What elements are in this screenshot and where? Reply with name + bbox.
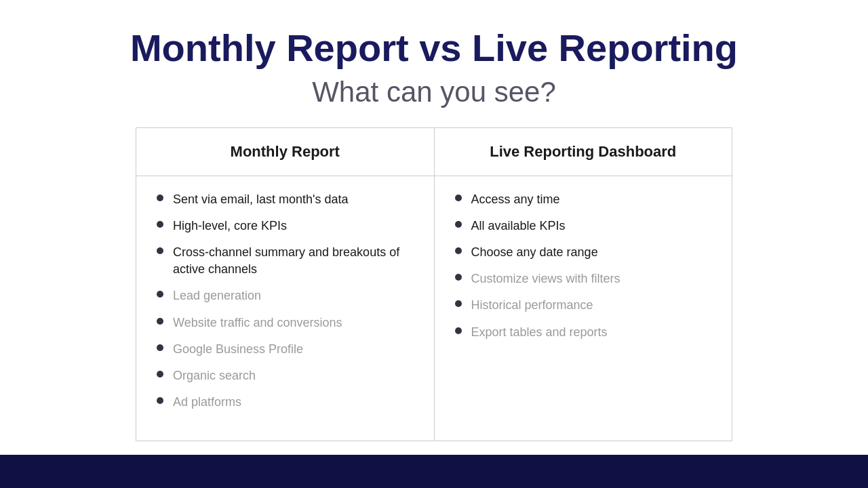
feature-text: Ad platforms [173,394,241,411]
bullet-icon [157,371,163,378]
feature-text: Access any time [471,191,560,208]
list-item: High-level, core KPIs [157,218,414,235]
list-item: Ad platforms [157,394,414,411]
list-item: Access any time [455,191,712,208]
feature-text: Cross-channel summary and breakouts of a… [173,244,414,278]
bullet-icon [455,195,462,201]
bullet-icon [455,221,462,228]
table-body: Sent via email, last month's dataHigh-le… [136,176,732,441]
list-item: Customize views with filters [455,270,712,287]
feature-text: All available KPIs [471,218,566,235]
col1-content: Sent via email, last month's dataHigh-le… [136,176,435,441]
bullet-icon [157,195,163,201]
feature-text: Organic search [173,367,256,384]
bullet-icon [455,327,462,334]
feature-text: Export tables and reports [471,324,608,341]
feature-text: Google Business Profile [173,341,303,358]
col2-feature-list: Access any timeAll available KPIsChoose … [455,191,712,341]
bullet-icon [455,300,462,307]
list-item: Export tables and reports [455,324,712,341]
col1-feature-list: Sent via email, last month's dataHigh-le… [157,191,414,411]
feature-text: Customize views with filters [471,270,620,287]
feature-text: Website traffic and conversions [173,314,342,331]
bullet-icon [157,221,163,228]
bullet-icon [157,344,163,351]
list-item: Organic search [157,367,414,384]
bullet-icon [455,247,462,254]
bullet-icon [157,397,163,404]
bullet-icon [455,274,462,281]
footer-bar [0,455,868,488]
page-title: Monthly Report vs Live Reporting [130,27,738,69]
list-item: All available KPIs [455,218,712,235]
list-item: Lead generation [157,287,414,304]
page-subtitle: What can you see? [312,76,556,108]
bullet-icon [157,318,163,325]
main-content: Monthly Report vs Live Reporting What ca… [0,0,868,455]
feature-text: Lead generation [173,287,261,304]
comparison-table: Monthly Report Live Reporting Dashboard … [136,127,732,442]
feature-text: High-level, core KPIs [173,218,287,235]
list-item: Google Business Profile [157,341,414,358]
bullet-icon [157,291,163,298]
list-item: Cross-channel summary and breakouts of a… [157,244,414,278]
list-item: Sent via email, last month's data [157,191,414,208]
bullet-icon [157,247,163,254]
col1-header: Monthly Report [136,128,435,176]
feature-text: Sent via email, last month's data [173,191,349,208]
list-item: Choose any date range [455,244,712,261]
col2-header: Live Reporting Dashboard [435,128,732,176]
list-item: Website traffic and conversions [157,314,414,331]
col2-content: Access any timeAll available KPIsChoose … [435,176,732,441]
list-item: Historical performance [455,297,712,314]
feature-text: Historical performance [471,297,593,314]
feature-text: Choose any date range [471,244,598,261]
table-header: Monthly Report Live Reporting Dashboard [136,128,732,176]
